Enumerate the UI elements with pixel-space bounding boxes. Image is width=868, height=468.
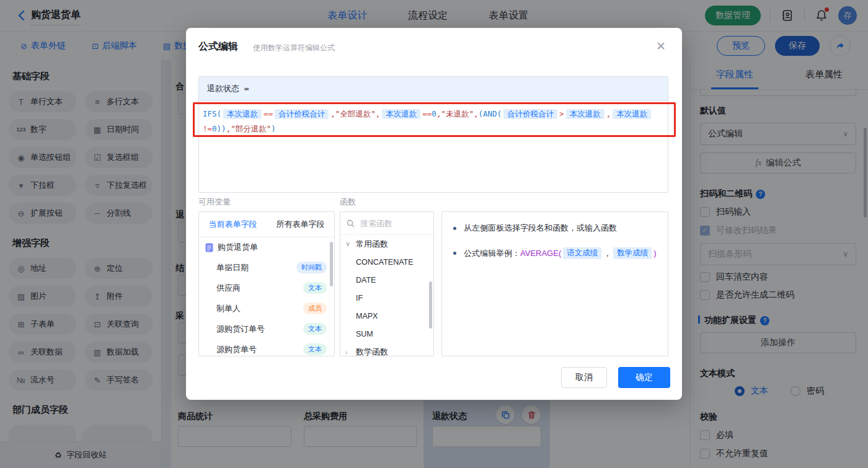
formula-field-token[interactable]: 合计价税合计 xyxy=(275,109,329,119)
formula-editor-modal: 公式编辑 使用数学运算符编辑公式 ✕ 退款状态 = IFS(本次退款==合计价税… xyxy=(186,28,682,400)
bullet-icon xyxy=(453,227,456,230)
function-search-input[interactable] xyxy=(359,218,423,229)
functions-label: 函数 xyxy=(340,196,356,208)
help-tip-2: 公式编辑举例： AVERAGE( 语文成绩 ， 数学成绩 ) xyxy=(453,247,657,259)
variable-type-badge: 文本 xyxy=(303,343,327,355)
scrollbar-thumb[interactable] xyxy=(429,281,432,329)
variable-name: 源购货订单号 xyxy=(216,324,265,335)
variable-row[interactable]: 源购货订单号文本 xyxy=(199,319,334,339)
function-item[interactable]: IF xyxy=(340,289,433,307)
function-item[interactable]: DATE xyxy=(340,271,433,289)
formula-token: == xyxy=(422,109,432,118)
formula-token: )) xyxy=(217,124,226,133)
function-item[interactable]: MAPX xyxy=(340,307,433,325)
bullet-icon xyxy=(453,252,456,255)
function-search[interactable] xyxy=(340,212,433,235)
function-group-collapsed[interactable]: ›数学函数 xyxy=(340,343,433,356)
formula-token: , xyxy=(606,109,611,118)
variable-name: 单据日期 xyxy=(216,262,249,273)
formula-token: , xyxy=(330,109,335,118)
function-item[interactable]: SUM xyxy=(340,325,433,343)
variables-label: 可用变量 xyxy=(198,196,231,208)
app-root: 购货退货单 表单设计流程设定表单设置 数据管理 存 ⊘表单外链⊡后端脚本▤数据权… xyxy=(0,0,868,468)
variable-name: 源购货单号 xyxy=(216,344,257,355)
formula-token: ) xyxy=(271,124,276,133)
variable-row[interactable]: 制单人成员 xyxy=(199,298,334,319)
function-group-name: 数学函数 xyxy=(356,347,388,357)
variable-name: 制单人 xyxy=(216,303,241,314)
formula-token: 0 xyxy=(432,109,436,118)
variable-name: 供应商 xyxy=(216,283,241,294)
formula-token: == xyxy=(264,109,273,118)
variable-row[interactable]: 源购货单号文本 xyxy=(199,339,334,356)
variable-type-badge: 时间戳 xyxy=(296,262,327,273)
function-group-name: 常用函数 xyxy=(356,239,388,250)
formula-token: AND( xyxy=(483,109,502,118)
formula-target: 退款状态 = xyxy=(199,77,668,101)
functions-panel: ∨常用函数CONCATENATEDATEIFMAPXSUM›数学函数›文本函数 xyxy=(340,211,434,356)
formula-token: > xyxy=(559,109,564,118)
close-icon[interactable]: ✕ xyxy=(656,40,666,52)
variables-root-node[interactable]: 购货退货单 xyxy=(199,237,334,257)
help-tip-1: 从左侧面板选择字段名和函数，或输入函数 xyxy=(453,223,657,234)
tab-current-form-fields[interactable]: 当前表单字段 xyxy=(199,212,267,237)
example-field-1: 语文成绩 xyxy=(563,247,601,259)
formula-token: "全部退款" xyxy=(335,109,376,118)
chevron-right-icon: › xyxy=(345,348,352,356)
function-group-expanded[interactable]: ∨常用函数 xyxy=(340,235,433,253)
search-icon xyxy=(347,219,355,227)
formula-field-token[interactable]: 本次退款 xyxy=(382,109,420,119)
help-panel: 从左侧面板选择字段名和函数，或输入函数 公式编辑举例： AVERAGE( 语文成… xyxy=(441,211,668,356)
formula-token: "部分退款" xyxy=(231,124,271,133)
document-icon xyxy=(205,243,213,252)
formula-token: , xyxy=(376,109,381,118)
confirm-button[interactable]: 确定 xyxy=(618,367,670,388)
variables-tabs: 当前表单字段 所有表单字段 xyxy=(199,212,334,237)
modal-subtitle: 使用数学运算符编辑公式 xyxy=(253,43,335,53)
function-item[interactable]: CONCATENATE xyxy=(340,253,433,271)
formula-field-token[interactable]: 本次退款 xyxy=(566,109,604,119)
formula-field-token[interactable]: 合计价税合计 xyxy=(503,109,557,119)
formula-token: IFS( xyxy=(203,109,221,118)
modal-title: 公式编辑 xyxy=(198,40,238,53)
cancel-button[interactable]: 取消 xyxy=(561,367,607,388)
variable-row[interactable]: 供应商文本 xyxy=(199,278,334,298)
formula-token: "未退款" xyxy=(441,109,474,118)
formula-field-token[interactable]: 本次退款 xyxy=(613,109,651,119)
tab-all-form-fields[interactable]: 所有表单字段 xyxy=(267,212,334,237)
formula-token: , xyxy=(474,109,479,118)
scrollbar-thumb[interactable] xyxy=(330,242,333,286)
formula-field-token[interactable]: 本次退款 xyxy=(223,109,262,119)
formula-token: ( xyxy=(479,109,484,118)
variable-type-badge: 文本 xyxy=(303,323,327,335)
formula-token: != xyxy=(203,124,212,133)
chevron-down-icon: ∨ xyxy=(345,240,352,248)
variable-type-badge: 成员 xyxy=(303,302,327,314)
example-field-2: 数学成绩 xyxy=(613,247,652,259)
variable-row[interactable]: 单据日期时间戳 xyxy=(199,257,334,278)
formula-token: 0 xyxy=(212,124,217,133)
variables-panel: 当前表单字段 所有表单字段 购货退货单 单据日期时间戳供应商文本制单人成员源购货… xyxy=(198,211,335,356)
formula-expression[interactable]: IFS(本次退款==合计价税合计,"全部退款",本次退款==0,"未退款",(A… xyxy=(203,107,663,136)
variable-type-badge: 文本 xyxy=(303,282,327,294)
